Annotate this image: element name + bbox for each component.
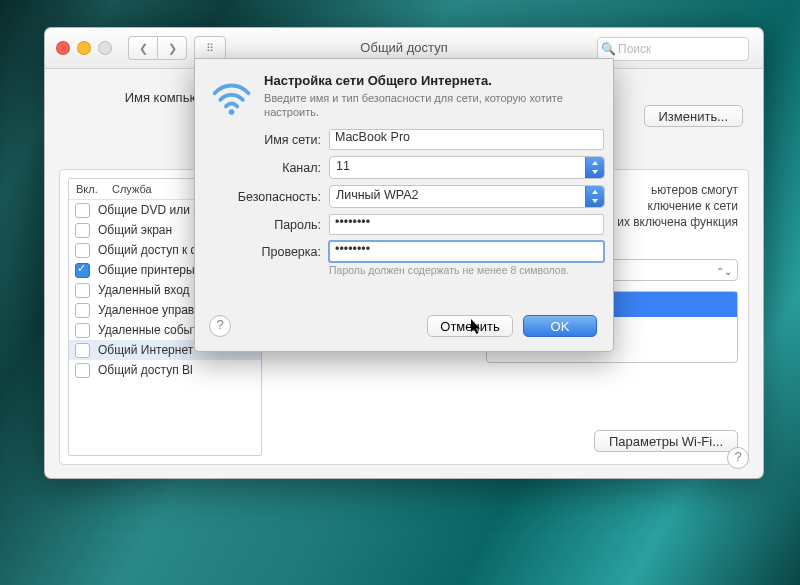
nav-buttons: ❮ ❯ ⠿ xyxy=(128,36,226,60)
minimize-icon[interactable] xyxy=(77,41,91,55)
checkbox[interactable] xyxy=(75,263,90,278)
cancel-button[interactable]: Отменить xyxy=(427,315,513,337)
channel-label: Канал: xyxy=(211,161,329,175)
chevron-up-down-icon xyxy=(585,157,604,178)
service-label: Общий экран xyxy=(98,223,172,237)
checkbox[interactable] xyxy=(75,223,90,238)
security-label: Безопасность: xyxy=(211,190,329,204)
service-label: Общие DVD или C xyxy=(98,203,202,217)
network-name-label: Имя сети: xyxy=(211,133,329,147)
checkbox[interactable] xyxy=(75,303,90,318)
security-select[interactable]: Личный WPA2 xyxy=(329,185,605,208)
back-button[interactable]: ❮ xyxy=(128,36,157,60)
desktop-background: ❮ ❯ ⠿ Общий доступ 🔍 Поиск Имя компьютер… xyxy=(0,0,800,585)
network-name-input[interactable]: MacBook Pro xyxy=(329,129,604,150)
change-name-button[interactable]: Изменить... xyxy=(644,105,743,127)
zoom-icon[interactable] xyxy=(98,41,112,55)
checkbox[interactable] xyxy=(75,243,90,258)
checkbox[interactable] xyxy=(75,343,90,358)
wifi-options-sheet: Настройка сети Общего Интернета. Введите… xyxy=(194,58,614,352)
wifi-icon xyxy=(209,73,254,121)
service-row[interactable]: Общий доступ Bl xyxy=(69,360,261,380)
forward-button[interactable]: ❯ xyxy=(157,36,187,60)
checkbox[interactable] xyxy=(75,323,90,338)
checkbox[interactable] xyxy=(75,203,90,218)
password-label: Пароль: xyxy=(211,218,329,232)
verify-input[interactable]: •••••••• xyxy=(329,241,604,262)
search-placeholder: Поиск xyxy=(618,42,651,56)
service-label: Удаленные событи xyxy=(98,323,204,337)
wifi-options-button[interactable]: Параметры Wi-Fi... xyxy=(594,430,738,452)
channel-select[interactable]: 11 xyxy=(329,156,605,179)
checkbox[interactable] xyxy=(75,283,90,298)
search-input[interactable]: 🔍 Поиск xyxy=(597,37,749,61)
verify-label: Проверка: xyxy=(211,245,329,259)
chevron-up-down-icon xyxy=(585,186,604,207)
service-label: Общий доступ Bl xyxy=(98,363,193,377)
show-all-button[interactable]: ⠿ xyxy=(194,36,226,60)
service-label: Удаленное управл xyxy=(98,303,201,317)
help-button[interactable]: ? xyxy=(727,447,749,469)
col-header-enabled: Вкл. xyxy=(69,179,112,199)
checkbox[interactable] xyxy=(75,363,90,378)
service-label: Общие принтеры xyxy=(98,263,195,277)
service-label: Общий доступ к ф xyxy=(98,243,200,257)
sheet-help-button[interactable]: ? xyxy=(209,315,231,337)
chevron-up-down-icon: ⌃⌄ xyxy=(716,262,732,282)
cursor-icon xyxy=(471,319,483,335)
ok-button[interactable]: OK xyxy=(523,315,597,337)
window-controls xyxy=(56,41,112,55)
svg-point-0 xyxy=(229,109,235,115)
sheet-subtitle: Введите имя и тип безопасности для сети,… xyxy=(264,91,599,120)
sheet-title: Настройка сети Общего Интернета. xyxy=(264,73,599,88)
service-label: Общий Интернет xyxy=(98,343,193,357)
password-input[interactable]: •••••••• xyxy=(329,214,604,235)
service-label: Удаленный вход xyxy=(98,283,190,297)
close-icon[interactable] xyxy=(56,41,70,55)
search-icon: 🔍 xyxy=(598,42,618,56)
sheet-form: Имя сети: MacBook Pro Канал: 11 Безопасн… xyxy=(195,129,613,276)
password-hint: Пароль должен содержать не менее 8 симво… xyxy=(329,264,597,276)
